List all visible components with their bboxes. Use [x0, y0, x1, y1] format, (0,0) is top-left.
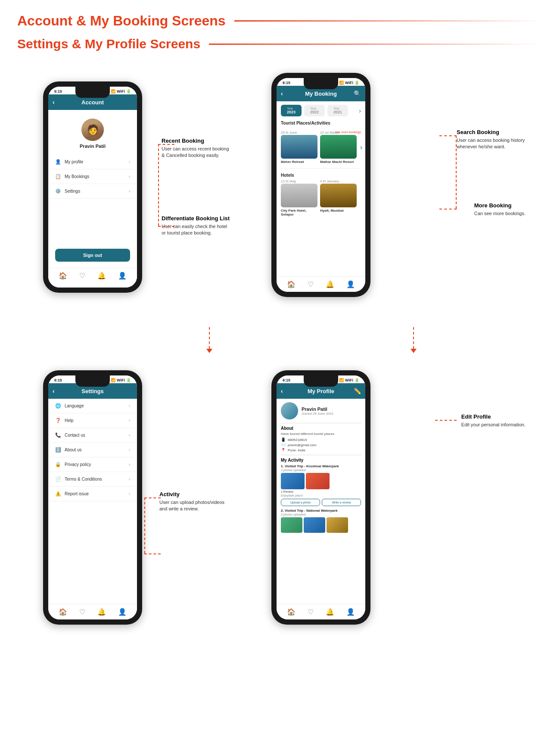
- about-section: About Have toured different tourist plac…: [281, 426, 361, 452]
- hotel-card-2: 4 th January Hyatt, Mumbai: [320, 179, 357, 216]
- page-container: Account & My Booking Screens Settings & …: [0, 0, 560, 629]
- bottom-row: 6:15 📶WiFi🔋 ‹ Settings 🌐Language ›: [17, 370, 543, 629]
- upload-photo-btn[interactable]: Upload a photo: [281, 499, 320, 506]
- review-quote: Enjoyable place!: [281, 494, 361, 497]
- settings-label: Settings: [65, 189, 80, 194]
- heart-icon[interactable]: ♡: [79, 272, 85, 280]
- ann-recent-text: User can access recent booking & Cancell…: [162, 146, 230, 159]
- see-more-link[interactable]: See more bookings: [335, 131, 361, 134]
- tourist-img-1: [281, 135, 317, 159]
- ann-act-text: User can upload photos/videos and write …: [159, 499, 228, 513]
- bell-icon-3[interactable]: 🔔: [97, 608, 106, 616]
- activity-2-photos: [281, 517, 361, 533]
- phone2-inner: 6:15 📶WiFi🔋 ‹ My Booking 🔍 Year: [277, 78, 365, 292]
- menu-item-settings[interactable]: ⚙️ Settings ›: [48, 184, 137, 199]
- profile-icon: 👤: [55, 159, 61, 165]
- phone1-avatar-img: 🧑: [81, 119, 104, 141]
- phone3-notch: [75, 375, 110, 387]
- phone3-slot: 6:15 📶WiFi🔋 ‹ Settings 🌐Language ›: [43, 370, 142, 625]
- hotels-section-title: Hotels: [277, 170, 365, 179]
- settings-help[interactable]: ❓Help ›: [48, 413, 137, 428]
- title-1-line: [234, 20, 543, 22]
- sign-out-label: Sign out: [83, 253, 102, 258]
- page-header-section: Account & My Booking Screens Settings & …: [0, 0, 560, 69]
- settings-contact[interactable]: 📞Contact us ›: [48, 428, 137, 443]
- location-icon: 📍: [281, 448, 286, 452]
- tab-2022[interactable]: Year 2022: [304, 105, 325, 116]
- write-review-btn[interactable]: Write a review: [322, 499, 361, 506]
- phone1-bottom-nav: 🏠 ♡ 🔔 👤: [48, 268, 137, 283]
- phone4: 6:15 📶WiFi🔋 ‹ My Profile ✏️: [271, 370, 370, 625]
- menu-item-profile[interactable]: 👤 My profile ›: [48, 155, 137, 169]
- home-icon-4[interactable]: 🏠: [287, 608, 296, 616]
- activity-1-photos: [281, 473, 361, 489]
- settings-report[interactable]: ⚠️Report issue ›: [48, 487, 137, 501]
- bell-icon-2[interactable]: 🔔: [326, 280, 334, 288]
- sign-out-btn[interactable]: Sign out: [55, 249, 130, 262]
- tab-2023[interactable]: Year 2023: [281, 105, 302, 116]
- home-icon[interactable]: 🏠: [59, 272, 67, 280]
- phone1-avatar: 🧑: [81, 119, 104, 141]
- user-icon-2[interactable]: 👤: [346, 280, 355, 288]
- review-count: 1 Review: [281, 490, 361, 493]
- layout-area: 6:15 📶WiFi🔋 ‹ Account: [17, 69, 543, 629]
- heart-icon-2[interactable]: ♡: [308, 280, 314, 288]
- hotels-section: Hotels 12 th May City Park Hotel, Solapu…: [277, 166, 365, 219]
- activity-1-sub: 2 photos uploaded: [281, 469, 361, 472]
- heart-icon-4[interactable]: ♡: [308, 608, 314, 616]
- phone1-inner: 6:15 📶WiFi🔋 ‹ Account: [48, 87, 137, 288]
- phone2-slot: 6:15 📶WiFi🔋 ‹ My Booking 🔍 Year: [271, 73, 370, 297]
- phone2-back[interactable]: ‹: [281, 90, 283, 97]
- phone4-title: My Profile: [308, 388, 334, 394]
- more-booking-annotation: More Booking Can see more bookings.: [474, 202, 526, 217]
- profile-name-section: Pravin Patil Joined 29 June 2021: [302, 407, 333, 416]
- email-text: pravin@gmail.com: [288, 443, 316, 447]
- location-text: Pune, India: [288, 448, 305, 452]
- settings-privacy[interactable]: 🔒Privacy policy ›: [48, 457, 137, 472]
- profile-name: Pravin Patil: [302, 407, 333, 412]
- ann-search-text: User can access booking history whenever…: [457, 137, 526, 150]
- cards-chevron[interactable]: ›: [360, 131, 362, 164]
- about-title: About: [281, 426, 361, 431]
- title-1-text: Account & My Booking Screens: [17, 13, 226, 29]
- activity-1-actions: Upload a photo Write a review: [281, 499, 361, 506]
- activity-2: 2. Visited Trip - National Waterpark 3 p…: [281, 509, 361, 533]
- home-icon-3[interactable]: 🏠: [59, 608, 67, 616]
- activity-annotation: Activity User can upload photos/videos a…: [159, 491, 228, 513]
- ann-edit-title: Edit Profile: [461, 413, 526, 420]
- year-tabs: Year 2023 Year 2022 Year 2021 ›: [277, 101, 365, 118]
- act2-photo3: [327, 517, 348, 533]
- phone4-time: 6:15: [283, 378, 290, 382]
- phone4-back[interactable]: ‹: [281, 388, 283, 394]
- title-2-line: [209, 44, 543, 45]
- settings-chevron: ›: [129, 189, 130, 194]
- tab-2021[interactable]: Year 2021: [327, 105, 348, 116]
- phone-row: 📱 8805218819: [281, 438, 361, 442]
- user-icon-4[interactable]: 👤: [346, 608, 355, 616]
- user-icon-3[interactable]: 👤: [118, 608, 127, 616]
- act2-photo1: [281, 517, 302, 533]
- settings-about[interactable]: ℹ️About us ›: [48, 443, 137, 457]
- settings-language[interactable]: 🌐Language ›: [48, 399, 137, 413]
- activity-1: 1. Visited Trip - Krushnai Waterpark 2 p…: [281, 464, 361, 506]
- tourist-card-1: 25 th June Meher Retreat: [281, 131, 317, 164]
- bell-icon[interactable]: 🔔: [97, 272, 106, 280]
- phone3-back[interactable]: ‹: [53, 388, 55, 394]
- phone1-time: 6:15: [54, 89, 62, 94]
- bell-icon-4[interactable]: 🔔: [326, 608, 334, 616]
- edit-icon[interactable]: ✏️: [354, 388, 361, 394]
- user-icon[interactable]: 👤: [118, 272, 127, 280]
- tourist-section: Tourist Places/Activities See more booki…: [277, 118, 365, 166]
- ann-act-title: Activity: [159, 491, 228, 497]
- settings-terms[interactable]: 📄Terms & Conditions ›: [48, 472, 137, 487]
- phone1-username: Pravin Patil: [80, 144, 106, 149]
- phone4-notch: [304, 375, 338, 387]
- tourist-card-2: 22 nd March Malhar Machi Resort: [320, 131, 357, 164]
- phone1-back[interactable]: ‹: [53, 99, 55, 106]
- tabs-chevron[interactable]: ›: [359, 105, 361, 116]
- menu-item-bookings[interactable]: 📋 My Bookings ›: [48, 169, 137, 184]
- ann-recent-title: Recent Booking: [162, 138, 230, 144]
- search-icon[interactable]: 🔍: [354, 90, 361, 97]
- heart-icon-3[interactable]: ♡: [79, 608, 85, 616]
- home-icon-2[interactable]: 🏠: [287, 280, 296, 288]
